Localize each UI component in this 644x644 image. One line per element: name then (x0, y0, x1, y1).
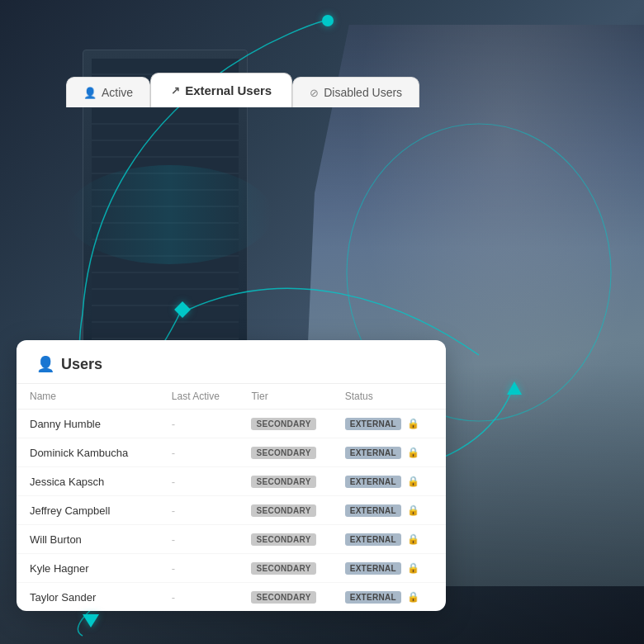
teal-triangle-decoration (507, 381, 522, 395)
bottom-arrow-decoration (83, 614, 99, 627)
cell-tier: SECONDARY (238, 583, 331, 612)
users-card-icon: 👤 (36, 355, 54, 373)
lock-icon: 🔒 (407, 447, 419, 458)
cell-last-active: - (159, 583, 239, 612)
badge-secondary: SECONDARY (251, 562, 315, 575)
badge-secondary: SECONDARY (251, 418, 315, 430)
cell-tier: SECONDARY (238, 438, 331, 467)
status-cell: EXTERNAL 🔒 (345, 562, 433, 575)
tab-disabled[interactable]: ⊘ Disabled Users (292, 77, 419, 107)
cables-decoration (66, 165, 272, 264)
cell-tier: SECONDARY (238, 525, 331, 554)
col-header-status: Status (332, 384, 446, 410)
cell-tier: SECONDARY (238, 496, 331, 525)
lock-icon: 🔒 (407, 533, 419, 545)
cell-name: Will Burton (17, 525, 159, 554)
cell-status: EXTERNAL 🔒 (332, 410, 446, 438)
status-cell: EXTERNAL 🔒 (345, 447, 433, 459)
status-cell: EXTERNAL 🔒 (345, 533, 433, 546)
cell-tier: SECONDARY (238, 467, 331, 496)
table-row: Danny Humble - SECONDARY EXTERNAL 🔒 (17, 410, 446, 438)
card-header: 👤 Users (17, 340, 446, 384)
external-link-icon: ↗ (171, 84, 180, 97)
status-cell: EXTERNAL 🔒 (345, 504, 433, 517)
cell-name: Jessica Kapsch (17, 467, 159, 496)
badge-secondary: SECONDARY (251, 476, 315, 488)
table-row: Taylor Sander - SECONDARY EXTERNAL 🔒 (17, 583, 446, 612)
cell-last-active: - (159, 410, 239, 438)
lock-icon: 🔒 (407, 476, 419, 487)
col-header-last-active: Last Active (159, 384, 239, 410)
tab-external[interactable]: ↗ External Users (150, 73, 292, 107)
card-title: Users (61, 356, 102, 373)
cell-name: Danny Humble (17, 410, 159, 438)
status-cell: EXTERNAL 🔒 (345, 591, 433, 604)
cell-name: Dominick Kambucha (17, 438, 159, 467)
table-header-row: Name Last Active Tier Status (17, 384, 446, 410)
ban-icon: ⊘ (310, 87, 319, 99)
col-header-name: Name (17, 384, 159, 410)
table-row: Will Burton - SECONDARY EXTERNAL 🔒 (17, 525, 446, 554)
lock-icon: 🔒 (407, 562, 419, 574)
badge-external: EXTERNAL (345, 591, 401, 604)
lock-icon: 🔒 (407, 418, 419, 429)
cell-status: EXTERNAL 🔒 (332, 554, 446, 583)
cell-last-active: - (159, 554, 239, 583)
cell-status: EXTERNAL 🔒 (332, 438, 446, 467)
cell-last-active: - (159, 525, 239, 554)
tab-external-label: External Users (185, 83, 272, 97)
users-table: Name Last Active Tier Status Danny Humbl… (17, 384, 446, 611)
table-row: Jeffrey Campbell - SECONDARY EXTERNAL 🔒 (17, 496, 446, 525)
tab-active-label: Active (102, 86, 133, 99)
cell-tier: SECONDARY (238, 410, 331, 438)
table-row: Kyle Hagner - SECONDARY EXTERNAL 🔒 (17, 554, 446, 583)
badge-secondary: SECONDARY (251, 591, 315, 604)
table-row: Jessica Kapsch - SECONDARY EXTERNAL 🔒 (17, 467, 446, 496)
status-cell: EXTERNAL 🔒 (345, 418, 433, 430)
lock-icon: 🔒 (407, 504, 419, 516)
badge-external: EXTERNAL (345, 476, 401, 488)
cell-status: EXTERNAL 🔒 (332, 496, 446, 525)
badge-secondary: SECONDARY (251, 447, 315, 459)
cell-name: Kyle Hagner (17, 554, 159, 583)
tab-disabled-label: Disabled Users (324, 86, 402, 99)
person-icon: 👤 (83, 87, 97, 99)
badge-external: EXTERNAL (345, 562, 401, 575)
cell-status: EXTERNAL 🔒 (332, 467, 446, 496)
badge-external: EXTERNAL (345, 504, 401, 517)
lock-icon: 🔒 (407, 591, 419, 603)
cell-name: Taylor Sander (17, 583, 159, 612)
tab-bar: 👤 Active ↗ External Users ⊘ Disabled Use… (66, 73, 419, 107)
teal-dot-decoration (322, 15, 334, 26)
users-card: 👤 Users Name Last Active Tier Status Dan… (17, 340, 446, 611)
status-cell: EXTERNAL 🔒 (345, 476, 433, 488)
cell-name: Jeffrey Campbell (17, 496, 159, 525)
cell-tier: SECONDARY (238, 554, 331, 583)
badge-external: EXTERNAL (345, 418, 401, 430)
table-row: Dominick Kambucha - SECONDARY EXTERNAL 🔒 (17, 438, 446, 467)
cell-status: EXTERNAL 🔒 (332, 583, 446, 612)
badge-external: EXTERNAL (345, 533, 401, 546)
tab-active[interactable]: 👤 Active (66, 77, 150, 107)
badge-secondary: SECONDARY (251, 533, 315, 546)
cell-last-active: - (159, 467, 239, 496)
cell-last-active: - (159, 496, 239, 525)
badge-external: EXTERNAL (345, 447, 401, 459)
cell-last-active: - (159, 438, 239, 467)
col-header-tier: Tier (238, 384, 331, 410)
badge-secondary: SECONDARY (251, 504, 315, 517)
cell-status: EXTERNAL 🔒 (332, 525, 446, 554)
